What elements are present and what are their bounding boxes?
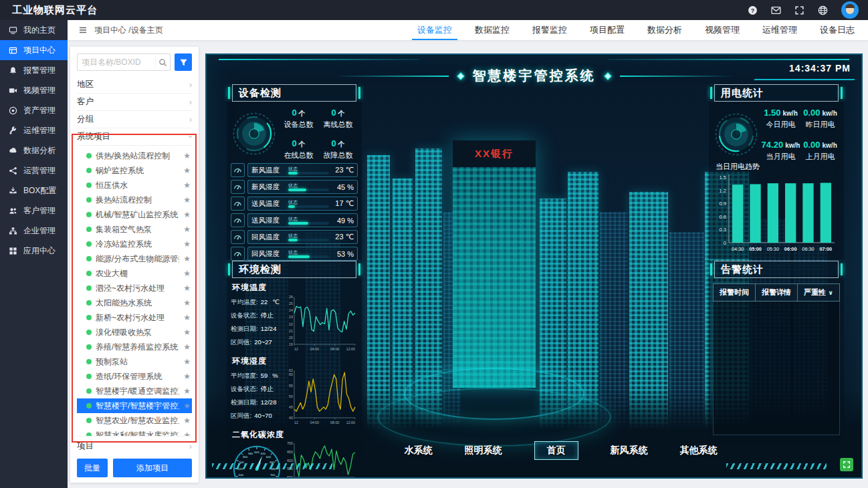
sidebar-item-desktop[interactable]: 我的主页 (0, 20, 68, 40)
favorite-star-icon[interactable]: ★ (183, 357, 191, 366)
favorite-star-icon[interactable]: ★ (183, 313, 191, 322)
gauge-icon (231, 213, 245, 227)
project-name: 锅炉监控系统 (96, 165, 179, 176)
facet-客户[interactable]: 客户› (77, 94, 192, 111)
user-avatar[interactable] (841, 1, 859, 19)
project-item[interactable]: 太阳能热水系统★ (77, 295, 192, 310)
project-item[interactable]: 农业大棚★ (77, 266, 192, 281)
facet-project[interactable]: 项目 › (77, 436, 192, 456)
sidebar-item-apps[interactable]: 应用中心 (0, 241, 68, 261)
project-item[interactable]: 溴化锂吸收热泵★ (77, 325, 192, 340)
module-tab[interactable]: 报警监控 (532, 20, 567, 40)
sensor-label: 回风湿度 (251, 249, 285, 259)
facet-地区[interactable]: 地区› (77, 76, 192, 94)
project-item[interactable]: 换热站流程控制★ (77, 193, 192, 207)
mail-icon[interactable] (771, 5, 781, 15)
sensor-value: 53 % (332, 250, 354, 258)
project-item[interactable]: 造纸/环保管理系统★ (77, 369, 192, 384)
module-tab[interactable]: 设备日志 (820, 20, 855, 40)
help-icon[interactable]: ? (748, 5, 758, 15)
desktop-icon (9, 26, 17, 35)
sidebar-item-cloud[interactable]: 数据分析 (0, 140, 68, 160)
module-tab[interactable]: 数据分析 (647, 20, 682, 40)
project-item[interactable]: 锅炉监控系统★ (77, 163, 192, 178)
favorite-star-icon[interactable]: ★ (183, 401, 191, 410)
project-item[interactable]: 泗泾~农村污水处理★ (77, 281, 192, 295)
project-item[interactable]: 冷冻站监控系统★ (77, 237, 192, 251)
favorite-star-icon[interactable]: ★ (183, 151, 191, 160)
system-tab[interactable]: 新风系统 (611, 445, 648, 457)
dashboard-fullscreen-button[interactable] (840, 458, 853, 471)
search-input[interactable] (78, 57, 155, 67)
project-item[interactable]: 养殖/智慧养殖监控系统★ (77, 340, 192, 354)
favorite-star-icon[interactable]: ★ (183, 283, 191, 293)
system-tab[interactable]: 首页 (534, 441, 578, 460)
sidebar-item-share[interactable]: 运营管理 (0, 160, 68, 180)
project-item[interactable]: 智慧农业/智慧农业监控系统★ (77, 413, 192, 428)
facet-系统项目[interactable]: 系统项目› (77, 128, 192, 146)
sidebar-item-project[interactable]: 项目中心 (0, 40, 68, 60)
collapse-menu-icon[interactable] (78, 25, 88, 35)
sidebar-item-users[interactable]: 客户管理 (0, 201, 68, 221)
sidebar-item-org[interactable]: 企业管理 (0, 221, 68, 241)
favorite-star-icon[interactable]: ★ (183, 254, 191, 263)
project-item[interactable]: 预制泵站★ (77, 354, 192, 369)
project-item[interactable]: 智慧楼宇/暖通空调监控系统★ (77, 384, 192, 398)
batch-button[interactable]: 批量 (77, 459, 108, 477)
device-stats: 0个设备总数0个离线总数0个在线总数0个故障总数 (279, 106, 358, 160)
alarm-column-header[interactable]: 严重性 ∨ (798, 284, 839, 301)
fullscreen-icon[interactable] (794, 5, 804, 15)
favorite-star-icon[interactable]: ★ (183, 225, 191, 234)
chevron-right-icon: › (189, 80, 192, 90)
favorite-star-icon[interactable]: ★ (183, 166, 191, 175)
favorite-star-icon[interactable]: ★ (183, 210, 191, 219)
module-tab[interactable]: 设备监控 (417, 20, 452, 40)
project-item[interactable]: 供热/换热站流程控制★ (77, 148, 192, 163)
sidebar-item-asset[interactable]: 资产管理 (0, 100, 68, 120)
online-status-dot (86, 403, 92, 408)
add-project-button[interactable]: 添加项目 (113, 459, 192, 477)
project-item[interactable]: 新桥~农村污水处理★ (77, 310, 192, 325)
device-summary: 0个设备总数0个离线总数0个在线总数0个故障总数 (231, 106, 358, 160)
favorite-star-icon[interactable]: ★ (183, 386, 191, 396)
facet-分组[interactable]: 分组› (77, 111, 192, 128)
project-item[interactable]: 智慧楼宇/智慧楼宇管控系统★ (77, 398, 192, 413)
favorite-star-icon[interactable]: ★ (183, 328, 191, 337)
favorite-star-icon[interactable]: ★ (183, 269, 191, 278)
project-item[interactable]: 恒压供水★ (77, 178, 192, 193)
module-tab[interactable]: 项目配置 (590, 20, 625, 40)
system-tab[interactable]: 照明系统 (465, 445, 502, 457)
favorite-star-icon[interactable]: ★ (183, 298, 191, 308)
favorite-star-icon[interactable]: ★ (183, 239, 191, 249)
hatch-deco (212, 463, 332, 469)
project-item[interactable]: 机械/智慧矿山监控系统★ (77, 207, 192, 222)
sidebar-item-bell[interactable]: 报警管理 (0, 60, 68, 80)
alarm-table-body (713, 301, 840, 435)
online-status-dot (86, 330, 92, 335)
project-name: 造纸/环保管理系统 (96, 371, 179, 382)
favorite-star-icon[interactable]: ★ (183, 342, 191, 352)
system-tab[interactable]: 水系统 (405, 445, 433, 457)
module-tab[interactable]: 运维管理 (762, 20, 797, 40)
module-tab[interactable]: 数据监控 (475, 20, 510, 40)
favorite-star-icon[interactable]: ★ (183, 431, 191, 436)
favorite-star-icon[interactable]: ★ (183, 372, 191, 381)
sensor-row: 新风温度状态23 ℃ (231, 163, 358, 177)
power-summary: 1.50kw/h今日用电0.00kw/h昨日用电74.20kw/h当月用电0.0… (713, 106, 840, 162)
favorite-star-icon[interactable]: ★ (183, 195, 191, 205)
language-icon[interactable] (818, 5, 828, 15)
project-item[interactable]: 能源/分布式生物能源管控系统★ (77, 251, 192, 266)
search-icon[interactable] (155, 57, 170, 68)
env_hum-chart: 4045505560621204:0008:0012:00 (283, 368, 358, 425)
sidebar-item-wrench[interactable]: 运维管理 (0, 120, 68, 140)
project-item[interactable]: 集装箱空气热泵★ (77, 222, 192, 237)
system-tab[interactable]: 其他系统 (680, 445, 718, 457)
favorite-star-icon[interactable]: ★ (183, 180, 191, 190)
project-name: 供热/换热站流程控制 (96, 150, 179, 162)
favorite-star-icon[interactable]: ★ (183, 416, 191, 425)
sidebar-item-video[interactable]: 视频管理 (0, 80, 68, 100)
sidebar-item-box[interactable]: BOX配置 (0, 180, 68, 201)
filter-button[interactable] (175, 53, 192, 71)
module-tab[interactable]: 视频管理 (705, 20, 740, 40)
project-item[interactable]: 智慧水利/智慧水库监控系统★ (77, 428, 192, 436)
